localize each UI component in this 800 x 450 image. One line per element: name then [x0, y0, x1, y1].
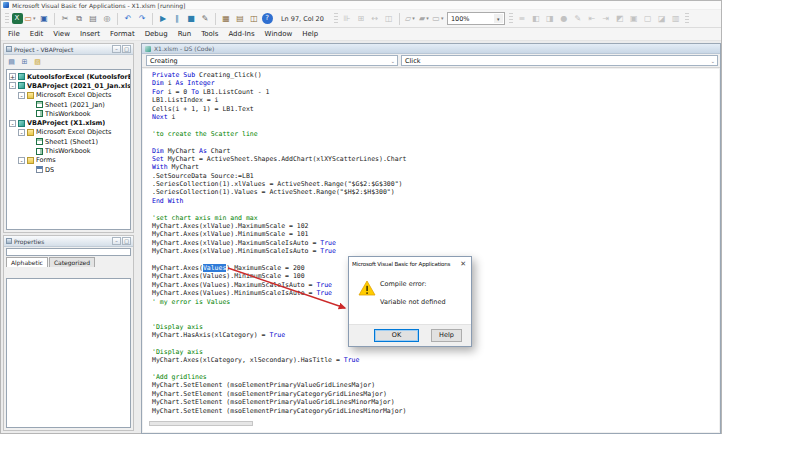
cut-icon[interactable]: ✂ — [59, 12, 72, 25]
app-titlebar[interactable]: Microsoft Visual Basic for Applications … — [1, 1, 721, 10]
uncomment-block-icon[interactable]: ◩ — [613, 12, 626, 25]
code-line[interactable]: MyChart.SetElement (msoElementPrimaryVal… — [152, 398, 406, 406]
tree-expander[interactable]: - — [9, 82, 16, 89]
code-line[interactable] — [152, 138, 406, 146]
tree-expander[interactable]: - — [18, 92, 25, 99]
code-line[interactable]: MyChart.Axes(xlValue).MaximumScale = 102 — [152, 222, 406, 230]
design-mode-icon[interactable]: ✎ — [199, 12, 212, 25]
code-line[interactable]: End With — [152, 197, 406, 205]
code-line[interactable]: Dim MyChart As Chart — [152, 147, 406, 155]
toggle-folders-icon[interactable]: ▨ — [32, 56, 43, 67]
code-line[interactable]: MyChart.Axes(xlValue).MaximumScaleIsAuto… — [152, 239, 406, 247]
object-dropdown[interactable]: Creating ⌄ — [146, 55, 398, 66]
code-line[interactable]: 'to create the Scatter line — [152, 130, 406, 138]
reset-icon[interactable]: ■ — [185, 12, 198, 25]
tree-expander[interactable]: - — [9, 120, 16, 127]
zoom-combo[interactable]: 100%▾ — [447, 12, 505, 25]
view-object-icon[interactable]: ⊞ — [19, 56, 30, 67]
code-editor[interactable]: Private Sub Creating_Click()Dim i As Int… — [143, 69, 719, 432]
menu-insert[interactable]: Insert — [75, 30, 105, 38]
tree-item[interactable]: -Microsoft Excel Objects — [7, 128, 130, 137]
code-line[interactable]: Dim i As Integer — [152, 79, 406, 87]
send-to-back-icon[interactable]: ▰▾ — [417, 12, 430, 25]
group-icon[interactable]: ▭▾ — [431, 12, 444, 25]
center-icon[interactable]: ⊞ — [354, 12, 367, 25]
insert-userform-icon[interactable]: ▭▾ — [24, 12, 37, 25]
tree-item[interactable]: -VBAProject (X1.xlsm) — [7, 118, 130, 127]
code-line[interactable]: 'Display axis — [152, 348, 406, 356]
procedure-dropdown[interactable]: Click ⌄ — [401, 55, 718, 66]
tree-item[interactable]: ThisWorkbook — [7, 109, 130, 118]
project-panel-minimize-button[interactable]: – — [112, 45, 121, 53]
outdent-icon[interactable]: ⇤ — [585, 12, 598, 25]
tab-alphabetic[interactable]: Alphabetic — [6, 257, 48, 267]
align-icon[interactable]: ⊪ — [340, 12, 353, 25]
previous-bookmark-icon[interactable]: ◪ — [655, 12, 668, 25]
tree-item[interactable]: -Microsoft Excel Objects — [7, 91, 130, 100]
clear-bookmarks-icon[interactable]: ▥ — [669, 12, 682, 25]
code-line[interactable]: Next i — [152, 113, 406, 121]
menu-file[interactable]: File — [3, 30, 25, 38]
menu-window[interactable]: Window — [260, 30, 298, 38]
bring-to-front-icon[interactable]: ▱▾ — [403, 12, 416, 25]
project-panel-maximize-button[interactable]: □ — [122, 45, 131, 53]
undo-icon[interactable]: ↶ — [122, 12, 135, 25]
toggle-bookmark-icon[interactable]: ▣ — [627, 12, 640, 25]
help-icon[interactable]: ? — [262, 13, 273, 24]
code-line[interactable] — [152, 205, 406, 213]
code-line[interactable]: .SeriesCollection(1).xlValues = ActiveSh… — [152, 180, 406, 188]
properties-panel-titlebar[interactable]: Properties – □ — [4, 236, 133, 247]
tab-categorized[interactable]: Categorized — [49, 257, 95, 267]
code-line[interactable]: With MyChart — [152, 163, 406, 171]
code-line[interactable]: 'Add gridlines — [152, 373, 406, 381]
tree-item[interactable]: ThisWorkbook — [7, 146, 130, 155]
toolbar-grip[interactable] — [509, 13, 513, 25]
code-line[interactable]: 'set chart axis min and max — [152, 214, 406, 222]
project-explorer-icon[interactable]: ▦ — [220, 12, 233, 25]
tree-item[interactable]: DS — [7, 165, 130, 174]
close-icon[interactable]: ✕ — [458, 260, 468, 268]
save-icon[interactable]: ▣ — [38, 12, 51, 25]
tree-item[interactable]: Sheet1 (Sheet1) — [7, 137, 130, 146]
code-line[interactable]: MyChart.Axes(xlCategory, xlSecondary).Ha… — [152, 356, 406, 364]
toolbar-grip[interactable] — [5, 13, 9, 25]
tree-item[interactable]: -Forms — [7, 156, 130, 165]
paste-icon[interactable]: ▤ — [87, 12, 100, 25]
menu-run[interactable]: Run — [173, 30, 196, 38]
properties-list[interactable] — [6, 278, 131, 428]
view-code-icon[interactable]: ▤ — [6, 56, 17, 67]
next-bookmark-icon[interactable]: ▢ — [641, 12, 654, 25]
dialog-titlebar[interactable]: Microsoft Visual Basic for Applications … — [349, 257, 471, 270]
menu-debug[interactable]: Debug — [140, 30, 173, 38]
menu-tools[interactable]: Tools — [196, 30, 223, 38]
horizontal-scrollbar[interactable] — [149, 421, 253, 426]
code-line[interactable]: .SeriesCollection(1).Values = ActiveShee… — [152, 188, 406, 196]
order-icon[interactable]: ◫ — [382, 12, 395, 25]
code-line[interactable]: LB1.ListIndex = i — [152, 96, 406, 104]
properties-object-combo[interactable] — [6, 248, 131, 256]
code-line[interactable] — [152, 121, 406, 129]
redo-icon[interactable]: ↷ — [136, 12, 149, 25]
toggle-breakpoint-icon[interactable]: ● — [557, 12, 570, 25]
project-panel-titlebar[interactable]: Project - VBAProject – □ — [4, 44, 133, 55]
make-same-size-icon[interactable]: ↔ — [368, 12, 381, 25]
tree-expander[interactable]: - — [18, 157, 25, 164]
code-line[interactable]: Private Sub Creating_Click() — [152, 71, 406, 79]
code-line[interactable]: MyChart.SetElement (msoElementPrimaryCat… — [152, 390, 406, 398]
break-icon[interactable]: ∥ — [171, 12, 184, 25]
menu-format[interactable]: Format — [105, 30, 140, 38]
code-line[interactable]: MyChart.SetElement (msoElementPrimaryCat… — [152, 407, 406, 415]
tree-expander[interactable]: - — [18, 129, 25, 136]
menu-addins[interactable]: Add-Ins — [223, 30, 259, 38]
list-constants-icon[interactable]: ◧ — [529, 12, 542, 25]
view-excel-icon[interactable]: X — [12, 13, 23, 24]
code-line[interactable]: MyChart.Axes(xlValue).MinimumScale = 101 — [152, 230, 406, 238]
comment-block-icon[interactable]: ✎ — [571, 12, 584, 25]
help-button[interactable]: Help — [431, 329, 462, 342]
indent-icon[interactable]: ⇥ — [599, 12, 612, 25]
code-line[interactable] — [152, 365, 406, 373]
chevron-down-icon[interactable]: ▾ — [494, 14, 503, 23]
menu-view[interactable]: View — [48, 30, 75, 38]
menu-edit[interactable]: Edit — [25, 30, 49, 38]
run-icon[interactable]: ▶ — [157, 12, 170, 25]
